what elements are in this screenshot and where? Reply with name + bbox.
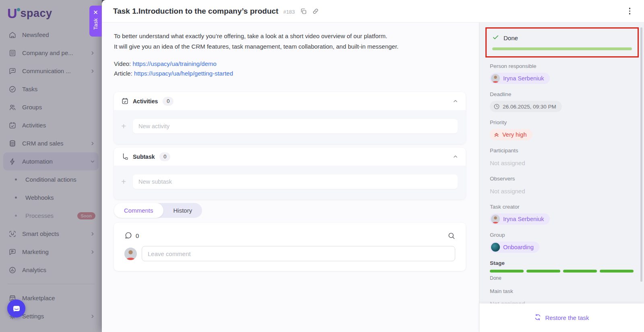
field-label: Priority xyxy=(490,119,634,125)
field-value: Iryna Serbeniuk xyxy=(490,73,634,84)
link-icon[interactable] xyxy=(312,8,319,15)
field-priority: PriorityVery high xyxy=(490,119,634,140)
tab-history[interactable]: History xyxy=(163,203,202,218)
subtask-count-badge: 0 xyxy=(159,152,170,161)
field-observers: ObserversNot assigned xyxy=(490,176,634,197)
group-pill[interactable]: Onboarding xyxy=(490,242,539,253)
field-value: 26.06.2025, 09:30 PM xyxy=(490,101,634,112)
field-task-creator: Task creatorIryna Serbeniuk xyxy=(490,204,634,225)
field-label: Person responsible xyxy=(490,63,634,69)
plus-icon[interactable]: + xyxy=(120,178,128,186)
restore-task-button[interactable]: Restore the task xyxy=(534,314,589,322)
restore-icon xyxy=(534,314,541,322)
subtask-branch-icon xyxy=(121,153,129,160)
comment-input[interactable] xyxy=(142,246,455,261)
field-label: Deadline xyxy=(490,91,634,97)
activities-title: Activities xyxy=(133,98,158,105)
status-progress-bar xyxy=(492,47,632,50)
stage-progress[interactable] xyxy=(490,270,634,273)
task-detail-panel: Task 1.Introduction to the company’s pro… xyxy=(102,0,644,332)
check-icon xyxy=(492,34,499,42)
stage-caption: Done xyxy=(490,275,634,281)
tab-comments[interactable]: Comments xyxy=(114,203,163,218)
close-icon[interactable]: ✕ xyxy=(93,9,98,15)
field-value: Iryna Serbeniuk xyxy=(490,213,634,225)
sidebar-dim-overlay xyxy=(0,0,102,332)
more-menu-icon[interactable] xyxy=(627,5,633,17)
group-avatar xyxy=(491,243,500,252)
field-person-responsible: Person responsibleIryna Serbeniuk xyxy=(490,63,634,84)
field-group: GroupOnboarding xyxy=(490,232,634,253)
person-pill[interactable]: Iryna Serbeniuk xyxy=(490,73,550,84)
article-link[interactable]: https://uspacy/ua/help/getting-started xyxy=(134,70,233,77)
plus-icon[interactable]: + xyxy=(120,122,128,130)
person-avatar xyxy=(491,215,500,223)
task-description: To better understand what exactly you’re… xyxy=(114,31,466,52)
collapse-activities-icon[interactable] xyxy=(452,98,458,104)
task-slideover-tab[interactable]: ✕ Task xyxy=(89,6,102,37)
comments-history-tabs: Comments History xyxy=(114,203,202,218)
field-label: Observers xyxy=(490,176,634,182)
collapse-subtask-icon[interactable] xyxy=(452,154,458,160)
comments-count: 0 xyxy=(136,232,139,239)
field-label: Task creator xyxy=(490,204,634,210)
task-tab-label: Task xyxy=(93,18,99,30)
task-details-sidebar: Done Person responsibleIryna SerbeniukDe… xyxy=(479,23,644,332)
field-stage: StageDone xyxy=(490,260,634,281)
clock-icon xyxy=(493,103,500,110)
not-assigned-text: Not assigned xyxy=(490,160,525,166)
activities-count-badge: 0 xyxy=(163,97,173,106)
deadline-pill[interactable]: 26.06.2025, 09:30 PM xyxy=(490,101,562,112)
field-value: Very high xyxy=(490,129,634,140)
page-title: Task 1.Introduction to the company’s pro… xyxy=(113,7,279,16)
field-value: Done xyxy=(490,270,634,281)
comment-bubble-icon xyxy=(124,232,132,240)
comments-section: 0 xyxy=(114,223,466,271)
person-avatar xyxy=(491,74,500,83)
detail-fields: Person responsibleIryna SerbeniukDeadlin… xyxy=(479,63,644,309)
field-value: Not assigned xyxy=(490,157,634,168)
task-id: #183 xyxy=(283,9,295,15)
status-annotation-box: Done xyxy=(485,27,639,57)
calendar-check-icon xyxy=(121,97,129,105)
field-participants: ParticipantsNot assigned xyxy=(490,148,634,168)
new-activity-input[interactable] xyxy=(133,119,458,133)
task-links: Video: https://uspacy/ua/training/demo A… xyxy=(114,59,466,78)
person-pill[interactable]: Iryna Serbeniuk xyxy=(490,213,550,225)
chat-bubble-icon xyxy=(12,304,21,314)
subtask-section: Subtask 0 + xyxy=(114,148,466,199)
task-main-column: To better understand what exactly you’re… xyxy=(102,23,479,332)
new-subtask-input[interactable] xyxy=(133,174,458,189)
field-deadline: Deadline26.06.2025, 09:30 PM xyxy=(490,91,634,112)
field-value: Onboarding xyxy=(490,242,634,253)
field-label: Stage xyxy=(490,260,634,266)
video-link[interactable]: https://uspacy/ua/training/demo xyxy=(132,60,216,67)
search-icon[interactable] xyxy=(448,232,455,240)
not-assigned-text: Not assigned xyxy=(490,188,525,195)
user-avatar xyxy=(124,248,137,260)
support-chat-button[interactable] xyxy=(7,299,25,318)
details-scrollbar[interactable] xyxy=(640,27,642,282)
copy-icon[interactable] xyxy=(300,8,307,15)
field-value: Not assigned xyxy=(490,185,634,197)
subtask-title: Subtask xyxy=(133,154,155,160)
priority-up-icon xyxy=(493,132,500,138)
status-label[interactable]: Done xyxy=(504,35,518,41)
task-header: Task 1.Introduction to the company’s pro… xyxy=(102,0,644,23)
restore-bar: Restore the task xyxy=(479,303,644,332)
field-label: Main task xyxy=(490,288,634,294)
priority-pill[interactable]: Very high xyxy=(490,129,533,140)
field-label: Participants xyxy=(490,148,634,154)
field-label: Group xyxy=(490,232,634,238)
activities-section: Activities 0 + xyxy=(114,92,466,144)
